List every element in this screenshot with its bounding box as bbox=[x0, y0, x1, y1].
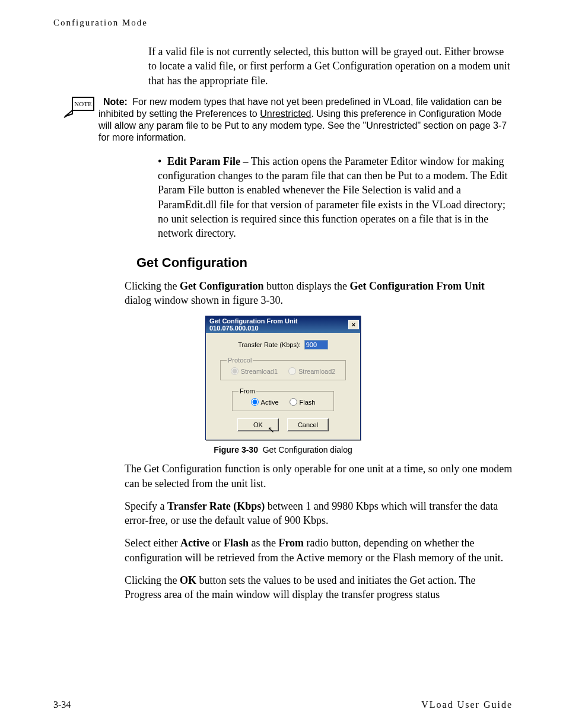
from-legend: From bbox=[239, 387, 256, 395]
page-number: 3-34 bbox=[53, 700, 71, 710]
protocol-group: Protocol Streamload1 Streamload2 bbox=[220, 357, 346, 380]
note-label: Note: bbox=[98, 97, 130, 107]
transfer-rate-input[interactable] bbox=[304, 340, 328, 349]
radio-flash-input[interactable] bbox=[290, 398, 297, 406]
click-paragraph: Clicking the Get Configuration button di… bbox=[125, 279, 513, 308]
heading-get-configuration: Get Configuration bbox=[136, 255, 513, 271]
note-icon: NOTE bbox=[62, 96, 95, 120]
page-footer: 3-34 VLoad User Guide bbox=[53, 700, 513, 710]
radio-streamload2-input[interactable] bbox=[288, 367, 296, 375]
radio-active[interactable]: Active bbox=[251, 398, 279, 406]
dialog-titlebar: Get Configuration From Unit 010.075.000.… bbox=[206, 316, 360, 333]
close-icon[interactable]: × bbox=[348, 320, 359, 329]
bullet-rest: – This action opens the Parameter Editor… bbox=[158, 155, 508, 239]
radio-flash[interactable]: Flash bbox=[290, 398, 316, 406]
cursor-icon: ↖ bbox=[268, 425, 275, 434]
from-group: From Active Flash bbox=[232, 387, 334, 411]
protocol-legend: Protocol bbox=[227, 357, 253, 364]
radio-streamload1[interactable]: Streamload1 bbox=[231, 367, 278, 375]
para-transfer-rate: Specify a Transfer Rate (Kbps) between 1… bbox=[125, 499, 513, 528]
radio-active-input[interactable] bbox=[251, 398, 259, 406]
running-header: Configuration Mode bbox=[53, 18, 513, 28]
bullet-lead: Edit Param File bbox=[167, 155, 240, 167]
figure-3-30: Get Configuration From Unit 010.075.000.… bbox=[53, 316, 513, 454]
note-icon-label: NOTE bbox=[74, 100, 92, 107]
note-underlined-term: Unrestricted bbox=[260, 109, 311, 119]
dialog-title-text: Get Configuration From Unit 010.075.000.… bbox=[209, 317, 348, 332]
note-block: NOTE Note: For new modem types that have… bbox=[53, 96, 513, 144]
bullet-edit-param-file: •Edit Param File – This action opens the… bbox=[158, 154, 513, 241]
dialog-get-configuration: Get Configuration From Unit 010.075.000.… bbox=[205, 316, 361, 440]
ok-button[interactable]: OK ↖ bbox=[237, 418, 279, 431]
transfer-rate-label: Transfer Rate (Kbps): bbox=[238, 341, 300, 348]
radio-streamload1-input[interactable] bbox=[231, 367, 239, 375]
doc-title: VLoad User Guide bbox=[421, 700, 513, 710]
intro-paragraph: If a valid file is not currently selecte… bbox=[148, 44, 513, 88]
figure-caption: Figure 3-30 Get Configuration dialog bbox=[214, 445, 352, 454]
para-one-unit: The Get Configuration function is only o… bbox=[125, 462, 513, 491]
radio-streamload2[interactable]: Streamload2 bbox=[288, 367, 335, 375]
para-clicking-ok: Clicking the OK button sets the values t… bbox=[125, 573, 513, 602]
para-select-from: Select either Active or Flash as the Fro… bbox=[125, 536, 513, 565]
cancel-button[interactable]: Cancel bbox=[287, 418, 329, 431]
